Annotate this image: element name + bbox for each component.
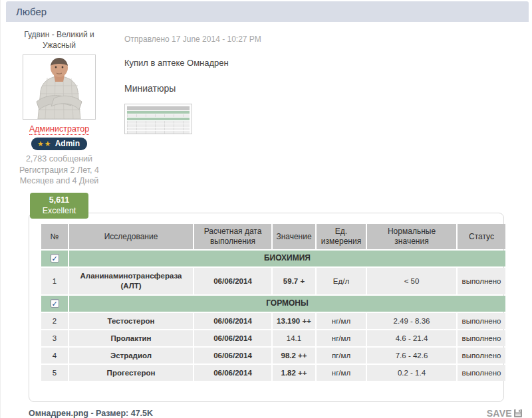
status-cell: выполнено [458,365,505,381]
value-cell: 98.2 ++ [273,348,315,364]
section-row: ✓ГОРМОНЫ [41,296,505,312]
test-name-cell: Аланинаминотрансфераза (АЛТ) [69,268,193,294]
normal-range-cell: 2.49 - 8.36 [367,313,456,329]
save-icon [513,409,523,418]
column-header: Ед. измерения [317,224,366,249]
author-username[interactable]: Гудвин - Великий и Ужасный [1,30,118,51]
attachment-file-link[interactable]: Омнадрен.png - Размер: 47.5K [29,409,153,418]
thumbnail-stripe [127,118,190,120]
thumbnail-stripe [127,131,190,134]
topic-title-bar: Любер [6,1,529,22]
date-cell: 06/06/2014 [194,313,271,329]
checkbox-cell: ✓ [41,296,68,312]
author-post-count: 2,783 сообщений [9,154,110,165]
section-row: ✓БИОХИМИЯ [41,251,505,266]
admin-badge-label: Admin [55,139,80,148]
post-content: Отправлено 17 June 2014 - 10:27 PM Купил… [118,22,532,209]
unit-cell: нг/мл [317,313,366,329]
column-header: Исследование [69,224,193,249]
thumbnail-stripe [127,121,190,124]
lab-table-head: №ИсследованиеРасчетная дата выполненияЗн… [41,224,505,249]
topic-title: Любер [16,6,47,17]
post-body: Купил в аптеке Омнадрен [124,58,532,68]
status-cell: выполнено [458,330,505,346]
author-role-link[interactable]: Администратор [29,124,89,135]
normal-range-cell: < 50 [367,268,456,294]
lab-report-panel: №ИсследованиеРасчетная дата выполненияЗн… [29,213,504,402]
section-checkbox[interactable]: ✓ [51,299,59,308]
row-number-cell: 5 [41,365,68,381]
section-label: ГОРМОНЫ [69,296,505,312]
star-icon: ★ [45,140,51,148]
attachment-thumbnail-preview [127,106,190,132]
post-date: Отправлено 17 June 2014 - 10:27 PM [124,35,532,44]
normal-range-cell: 7.6 - 42.6 [367,348,456,364]
date-cell: 06/06/2014 [194,268,271,294]
reputation-label: Excellent [30,205,88,216]
reputation-value: 5,611 [30,195,88,205]
author-registration: Регистрация 2 Лет, 4 Месяцев and 4 Дней [9,165,110,187]
section-label: БИОХИМИЯ [69,251,505,266]
thumbnail-stripe [127,106,190,110]
row-number-cell: 3 [41,330,68,346]
reputation-badge[interactable]: 5,611 Excellent [30,193,88,219]
thumbnail-stripe [127,114,190,117]
normal-range-cell: 4.6 - 21.4 [367,330,456,346]
date-cell: 06/06/2014 [194,348,271,364]
status-cell: выполнено [458,313,505,329]
date-cell: 06/06/2014 [194,330,271,346]
forum-page: Любер Гудвин - Великий и Ужасный [0,0,532,418]
post: Гудвин - Великий и Ужасный [1,22,532,209]
value-cell: 1.82 ++ [273,365,315,381]
test-name-cell: Прогестерон [69,365,193,381]
header-row: №ИсследованиеРасчетная дата выполненияЗн… [41,224,505,249]
author-sidebar: Гудвин - Великий и Ужасный [1,22,118,209]
lab-row: 5Прогестерон06/06/20141.82 ++нг/мл0.2 - … [41,365,505,381]
value-cell: 14.1 [273,330,315,346]
lab-row: 3Пролактин06/06/201414.1нг/мл4.6 - 21.4в… [41,330,505,346]
column-header: Расчетная дата выполнения [194,224,271,249]
thumbnail-stripe [127,111,190,114]
column-header: Нормальные значения [367,224,456,249]
value-cell: 13.190 ++ [273,313,315,329]
column-header: Статус [458,224,505,249]
save-button[interactable]: SAVE [487,408,523,418]
lab-row: 2Тестостерон06/06/201413.190 ++нг/мл2.49… [41,313,505,329]
save-label: SAVE [487,408,512,418]
status-cell: выполнено [458,348,505,364]
status-cell: выполнено [458,268,505,294]
lab-row: 1Аланинаминотрансфераза (АЛТ)06/06/20145… [41,268,505,294]
checkbox-cell: ✓ [41,251,68,266]
attachment-row: Омнадрен.png - Размер: 47.5K SAVE [29,408,523,418]
admin-badge: ★★Admin [31,138,87,150]
unit-cell: нг/мл [317,330,366,346]
test-name-cell: Пролактин [69,330,193,346]
lab-row: 4Эстрадиол06/06/201498.2 ++пг/мл7.6 - 42… [41,348,505,364]
thumbnail-stripe [127,128,190,130]
row-number-cell: 4 [41,348,68,364]
avatar-photo-placeholder [25,56,94,119]
avatar[interactable] [23,54,96,120]
column-header: № [41,224,68,249]
row-number-cell: 2 [41,313,68,329]
unit-cell: нг/мл [317,365,366,381]
value-cell: 59.7 + [273,268,315,294]
unit-cell: Ед/л [317,268,366,294]
test-name-cell: Эстрадиол [69,348,193,364]
column-header: Значение [273,224,315,249]
unit-cell: пг/мл [317,348,366,364]
test-name-cell: Тестостерон [69,313,193,329]
thumbnail-stripe [127,124,190,127]
lab-table-body: ✓БИОХИМИЯ1Аланинаминотрансфераза (АЛТ)06… [41,251,505,381]
thumbnails-heading: Миниатюры [124,83,532,94]
section-checkbox[interactable]: ✓ [51,254,59,262]
lab-table: №ИсследованиеРасчетная дата выполненияЗн… [40,223,507,382]
star-icon: ★ [37,140,44,148]
attachment-thumbnail[interactable] [124,104,192,134]
date-cell: 06/06/2014 [194,365,271,381]
row-number-cell: 1 [41,268,68,294]
normal-range-cell: 0.2 - 1.4 [367,365,456,381]
